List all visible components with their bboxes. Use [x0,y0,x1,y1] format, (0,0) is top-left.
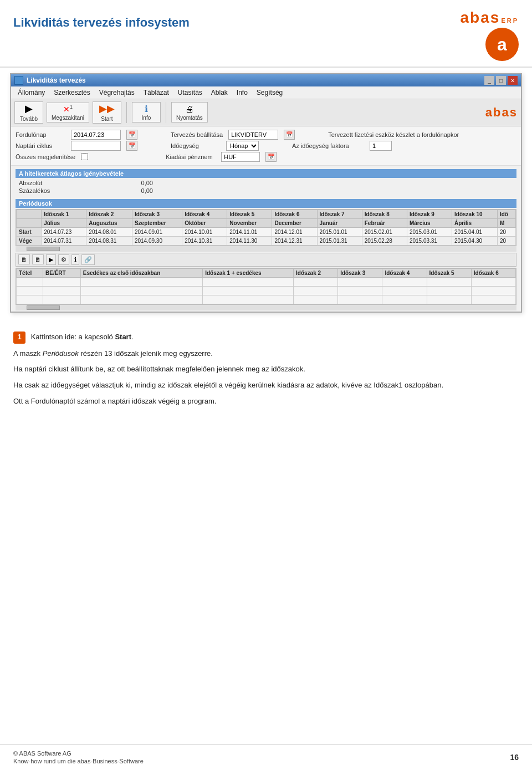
col-tetel: Tétel [17,268,43,277]
tovabb-icon: ▶ [25,103,33,115]
vege-10: 2015.04.30 [452,236,498,245]
toolbar-separator-2 [166,102,166,123]
bottom-section: 🗎 🗎 ▶ ⚙ ℹ 🔗 Tétel BE/ÉRT Esedékes az els… [11,252,521,312]
para2-text: A maszk Periódusok részén 13 időszak jel… [13,349,213,358]
form-row-naptari: Naptári ciklus 📅 Időegység Hónap Az időe… [16,141,516,151]
idoegyseg-label: Időegység [171,142,221,149]
nyomtatas-button[interactable]: 🖨 Nyomtatás [171,102,208,123]
minimize-button[interactable]: _ [484,76,494,85]
szazalekos-row: Százalékos 0,00 [16,187,516,195]
form-row-osszes: Összes megjelenítése Kiadási pénznem 📅 [16,152,516,162]
kiadasi-picker[interactable]: 📅 [265,152,277,162]
abszolut-row: Abszolút 0,00 [16,179,516,187]
bt-btn-4[interactable]: ⚙ [58,254,69,265]
start-10: 2015.04.01 [452,227,498,236]
osszes-checkbox[interactable] [81,153,88,160]
window-icon [14,76,23,85]
menu-info[interactable]: Info [232,88,252,98]
start-4: 2014.10.01 [182,227,227,236]
idoegyseg-faktor-input[interactable] [370,141,392,151]
tervezes-input[interactable] [228,130,278,140]
hitelkeretek-section: A hitelkeretek átlagos igénybevétele Abs… [11,166,521,196]
fordulonap-input[interactable] [71,130,121,140]
vege-6: 2014.12.31 [272,236,317,245]
idoegyseg-select[interactable]: Hónap [226,141,259,151]
maximize-button[interactable]: □ [496,76,506,85]
tervezes-label: Tervezés beállítása [171,131,223,138]
info-button[interactable]: ℹ Info [132,102,161,123]
col-header-9: Időszak 9 [407,210,452,218]
vege-5: 2014.11.30 [227,236,272,245]
horizontal-scrollbar[interactable] [16,246,516,252]
kiadasi-label: Kiadási pénznem [166,154,216,160]
month-november: November [227,218,272,227]
naptari-input[interactable] [71,141,121,151]
periods-table-container: Időszak 1 Időszak 2 Időszak 3 Időszak 4 … [16,209,516,246]
col-idoszak2: Időszak 2 [294,268,338,277]
app-window: Likviditás tervezés _ □ ✕ Állomány Szerk… [10,73,522,313]
menu-segitseg[interactable]: Segítség [252,88,287,98]
toolbar-separator-1 [126,102,127,123]
tovabb-button[interactable]: ▶ Tovább [14,101,43,124]
kiadasi-input[interactable] [221,152,260,162]
scrollbar-thumb[interactable] [27,247,60,251]
fordulonap-label: Fordulónap [16,131,65,138]
bottom-empty-row-3 [17,295,516,304]
toolbar-logo: abas [485,105,518,120]
window-controls[interactable]: _ □ ✕ [484,76,518,85]
month-februar: Február [362,218,407,227]
col-header-2: Időszak 2 [86,210,132,218]
start-label: Start [17,227,42,236]
naptari-picker[interactable]: 📅 [126,141,137,151]
month-julius: Július [42,218,86,227]
para1-bold: Start [115,333,131,341]
megszakitani-icon: ✕1 [63,104,73,114]
text-content: 1 Kattintson ide: a kapcsoló Start. A ma… [0,318,532,421]
bottom-toolbar: 🗎 🗎 ▶ ⚙ ℹ 🔗 [16,253,516,267]
start-button[interactable]: ▶▶ Start [93,101,121,124]
megszakitani-button[interactable]: ✕1 Megszakítani [47,103,89,122]
menu-vegrehajtás[interactable]: Végrehajtás [95,88,139,98]
print-icon: 🖨 [185,104,194,114]
tervezett-label: Tervezett fizetési eszköz készlet a ford… [328,131,467,138]
info-icon: ℹ [145,104,148,114]
tervezes-picker[interactable]: 📅 [284,130,295,140]
bt-btn-2[interactable]: 🗎 [32,254,44,264]
bottom-empty-row-1 [17,277,516,286]
bt-btn-5[interactable]: ℹ [71,254,79,265]
para-4: Ha csak az időegységet választjuk ki, mi… [13,380,519,391]
page-header: Likviditás tervezés infosystem abas ERP … [0,0,532,68]
form-section: Fordulónap 📅 Tervezés beállítása 📅 Terve… [11,126,521,166]
fordulonap-picker[interactable]: 📅 [126,130,137,140]
bt-btn-3[interactable]: ▶ [46,254,56,265]
month-aprilis: Április [452,218,498,227]
bt-btn-6[interactable]: 🔗 [81,254,95,265]
bt-btn-1[interactable]: 🗎 [18,254,30,264]
nyomtatas-label: Nyomtatás [176,115,203,121]
periodusok-header: Periódusok [16,199,516,208]
start-1: 2014.07.23 [42,227,86,236]
bottom-scrollbar[interactable] [16,305,516,310]
para1-suffix: . [131,333,134,341]
para-5: Ott a Fordulónaptól számol a naptári idő… [13,396,519,407]
vege-9: 2015.03.31 [407,236,452,245]
col-header-1: Időszak 1 [42,210,86,218]
menu-tablazat[interactable]: Táblázat [139,88,173,98]
footer-left: © ABAS Software AG Know-how rund um die … [13,750,144,764]
menu-allomany[interactable]: Állomány [13,88,49,98]
start-7: 2015.01.01 [317,227,362,236]
menu-utasitas[interactable]: Utasítás [173,88,207,98]
step-badge: 1 [13,332,25,344]
menu-szerkesztes[interactable]: Szerkesztés [49,88,94,98]
month-januar: Január [317,218,362,227]
start-label: Start [101,116,112,122]
abszolut-value: 0,00 [109,180,153,186]
bottom-scrollbar-thumb[interactable] [27,305,60,310]
logo-sub: ERP [501,17,519,24]
para1-prefix: Kattintson ide: a kapcsoló [31,333,115,341]
menu-ablak[interactable]: Ablak [207,88,232,98]
col-header-3: Időszak 3 [132,210,182,218]
close-button[interactable]: ✕ [508,76,518,85]
megszakitani-label: Megszakítani [52,115,84,121]
szazalekos-value: 0,00 [109,187,153,194]
